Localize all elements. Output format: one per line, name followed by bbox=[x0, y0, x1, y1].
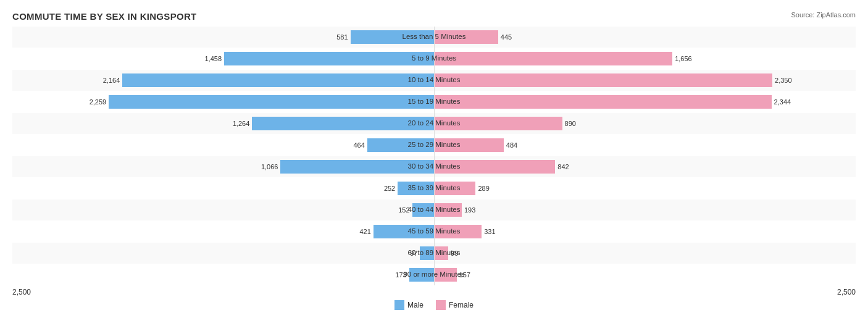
value-male: 2,259 bbox=[90, 98, 107, 106]
value-female: 289 bbox=[478, 185, 489, 192]
legend-female-label: Female bbox=[449, 301, 474, 309]
legend-female-box bbox=[436, 300, 446, 310]
source-text: Source: ZipAtlas.com bbox=[791, 11, 856, 19]
chart-title: COMMUTE TIME BY SEX IN KINGSPORT bbox=[12, 11, 856, 22]
value-female: 2,344 bbox=[774, 98, 791, 106]
legend-male: Male bbox=[394, 300, 424, 310]
bar-male bbox=[122, 73, 434, 87]
value-female: 484 bbox=[506, 141, 517, 149]
value-female: 193 bbox=[464, 206, 475, 214]
center-divider bbox=[434, 27, 435, 285]
value-female: 842 bbox=[557, 163, 569, 170]
value-female: 890 bbox=[565, 120, 576, 127]
legend-male-label: Male bbox=[407, 301, 424, 309]
row-label: 90 or more Minutes bbox=[403, 271, 464, 278]
value-male: 464 bbox=[353, 141, 364, 149]
chart-rows-wrapper: 581445Less than 5 Minutes1,4581,6565 to … bbox=[12, 27, 856, 285]
value-male: 1,458 bbox=[204, 55, 222, 62]
chart-container: COMMUTE TIME BY SEX IN KINGSPORT Source:… bbox=[0, 0, 868, 323]
value-male: 1,264 bbox=[233, 120, 250, 127]
row-label: 10 to 14 Minutes bbox=[407, 76, 460, 83]
row-label: 15 to 19 Minutes bbox=[407, 98, 460, 105]
value-male: 581 bbox=[336, 33, 348, 41]
row-label: 30 to 34 Minutes bbox=[407, 162, 460, 170]
value-male: 1,066 bbox=[261, 163, 278, 170]
bar-female bbox=[434, 95, 772, 109]
legend-male-box bbox=[394, 300, 404, 310]
row-label: 25 to 29 Minutes bbox=[407, 141, 460, 148]
row-label: 45 to 59 Minutes bbox=[407, 227, 460, 235]
value-female: 2,350 bbox=[775, 77, 792, 84]
row-label: 40 to 44 Minutes bbox=[407, 206, 460, 213]
row-label: 20 to 24 Minutes bbox=[407, 119, 460, 127]
bar-female bbox=[434, 52, 672, 65]
row-label: 5 to 9 Minutes bbox=[412, 54, 456, 62]
row-label: Less than 5 Minutes bbox=[403, 33, 466, 40]
value-male: 421 bbox=[359, 228, 370, 235]
axis-right: 2,500 bbox=[837, 288, 856, 296]
bar-male bbox=[252, 117, 434, 130]
row-label: 60 to 89 Minutes bbox=[407, 249, 460, 256]
axis-labels: 2,500 2,500 bbox=[12, 288, 856, 296]
row-label: 35 to 39 Minutes bbox=[407, 184, 460, 191]
legend-female: Female bbox=[436, 300, 474, 310]
legend: Male Female bbox=[12, 300, 856, 310]
value-female: 1,656 bbox=[675, 55, 692, 62]
value-male: 2,164 bbox=[103, 77, 120, 84]
bar-male bbox=[109, 95, 434, 109]
value-male: 252 bbox=[384, 185, 395, 192]
axis-left: 2,500 bbox=[12, 288, 31, 296]
bar-male bbox=[224, 52, 434, 65]
bar-female bbox=[434, 73, 772, 87]
value-female: 331 bbox=[484, 228, 495, 235]
value-female: 445 bbox=[501, 33, 512, 41]
